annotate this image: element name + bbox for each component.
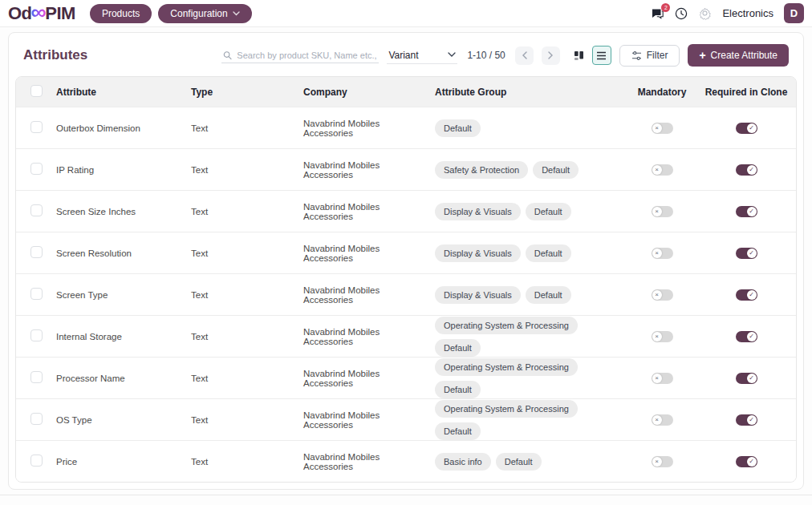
sliders-icon bbox=[631, 51, 642, 60]
attribute-type: Text bbox=[186, 374, 298, 383]
row-checkbox[interactable] bbox=[30, 329, 43, 341]
activities-button[interactable] bbox=[675, 7, 688, 20]
required-in-clone-toggle[interactable]: ✓ bbox=[736, 248, 757, 259]
required-in-clone-toggle[interactable]: ✓ bbox=[736, 414, 757, 426]
search-icon bbox=[223, 50, 232, 60]
toggle-knob: × bbox=[652, 374, 662, 383]
table-row[interactable]: Screen Type Text Navabrind Mobiles Acces… bbox=[16, 273, 796, 315]
attribute-group-chip: Default bbox=[435, 381, 481, 398]
row-checkbox[interactable] bbox=[30, 288, 43, 300]
mandatory-toggle[interactable]: × bbox=[652, 414, 673, 426]
table-row[interactable]: Screen Resolution Text Navabrind Mobiles… bbox=[16, 232, 796, 273]
logo-od-text: Od bbox=[8, 5, 32, 22]
row-checkbox[interactable] bbox=[30, 163, 43, 175]
table-row[interactable]: Processor Name Text Navabrind Mobiles Ac… bbox=[16, 357, 796, 398]
nav-products-label: Products bbox=[102, 8, 140, 19]
attribute-group-chip: Default bbox=[496, 453, 542, 471]
table-row[interactable]: IP Rating Text Navabrind Mobiles Accesso… bbox=[16, 148, 796, 190]
attribute-type: Text bbox=[186, 207, 298, 216]
row-checkbox[interactable] bbox=[30, 246, 43, 258]
list-view-button[interactable] bbox=[592, 46, 611, 65]
table-row[interactable]: Internal Storage Text Navabrind Mobiles … bbox=[16, 315, 796, 357]
table-row[interactable]: Price Text Navabrind Mobiles Accessories… bbox=[16, 440, 796, 482]
attribute-groups: Operating System & ProcessingDefault bbox=[430, 400, 627, 440]
pagination-range: 1-10 / 50 bbox=[467, 50, 505, 61]
mandatory-toggle[interactable]: × bbox=[652, 123, 673, 134]
variant-select[interactable]: Variant bbox=[387, 47, 457, 64]
messages-badge: 2 bbox=[661, 3, 670, 12]
create-attribute-button[interactable]: + Create Attribute bbox=[688, 44, 789, 67]
required-in-clone-toggle[interactable]: ✓ bbox=[736, 331, 757, 342]
plus-icon: + bbox=[699, 49, 705, 62]
mandatory-toggle[interactable]: × bbox=[652, 373, 673, 384]
attribute-group-chip: Safety & Protection bbox=[435, 161, 528, 179]
header-mandatory: Mandatory bbox=[627, 87, 696, 98]
table-row[interactable]: Screen Size Inches Text Navabrind Mobile… bbox=[16, 190, 796, 232]
company-switcher[interactable]: Electronics bbox=[722, 7, 773, 19]
toggle-knob: ✓ bbox=[747, 374, 757, 383]
required-in-clone-toggle[interactable]: ✓ bbox=[736, 164, 757, 176]
company-name: Navabrind Mobiles Accessories bbox=[298, 285, 430, 305]
view-switcher bbox=[570, 46, 611, 65]
row-checkbox[interactable] bbox=[30, 371, 43, 383]
table-row[interactable]: Outerbox Dimension Text Navabrind Mobile… bbox=[16, 107, 796, 148]
toggle-knob: ✓ bbox=[747, 332, 757, 341]
mandatory-toggle[interactable]: × bbox=[652, 206, 673, 217]
attribute-groups: Basic infoDefault bbox=[430, 453, 627, 471]
toggle-knob: × bbox=[652, 415, 662, 425]
company-name: Navabrind Mobiles Accessories bbox=[298, 369, 430, 388]
row-checkbox[interactable] bbox=[30, 204, 43, 216]
infinity-icon: ∞ bbox=[31, 2, 47, 23]
mandatory-toggle[interactable]: × bbox=[652, 456, 673, 467]
filter-button[interactable]: Filter bbox=[619, 45, 680, 67]
table-row[interactable]: OS Type Text Navabrind Mobiles Accessori… bbox=[16, 398, 796, 440]
footer-divider bbox=[0, 495, 812, 495]
toggle-knob: ✓ bbox=[747, 248, 757, 258]
content-card: Attributes Variant 1-10 / 50 bbox=[8, 32, 804, 490]
required-in-clone-toggle[interactable]: ✓ bbox=[736, 373, 757, 384]
select-all-checkbox[interactable] bbox=[30, 85, 43, 97]
attribute-name: Outerbox Dimension bbox=[51, 123, 186, 133]
mandatory-toggle[interactable]: × bbox=[652, 289, 673, 301]
attribute-group-chip: Operating System & Processing bbox=[435, 317, 578, 334]
row-checkbox[interactable] bbox=[30, 121, 43, 133]
kanban-view-button[interactable] bbox=[570, 46, 589, 65]
next-page-button[interactable] bbox=[542, 46, 560, 65]
required-in-clone-toggle[interactable]: ✓ bbox=[736, 289, 757, 301]
chevron-down-icon bbox=[233, 11, 240, 16]
attribute-group-chip: Default bbox=[526, 286, 571, 304]
toggle-knob: ✓ bbox=[747, 165, 757, 175]
attributes-table-body: Outerbox Dimension Text Navabrind Mobile… bbox=[16, 107, 796, 482]
prev-page-button[interactable] bbox=[515, 46, 534, 65]
required-in-clone-toggle[interactable]: ✓ bbox=[736, 206, 757, 217]
attribute-name: Processor Name bbox=[51, 374, 186, 383]
attribute-type: Text bbox=[186, 290, 298, 300]
messages-button[interactable]: 2 bbox=[651, 7, 664, 20]
nav-products-button[interactable]: Products bbox=[90, 4, 152, 23]
nav-configuration-button[interactable]: Configuration bbox=[158, 4, 251, 23]
mandatory-toggle[interactable]: × bbox=[652, 331, 673, 342]
search-input[interactable] bbox=[237, 50, 377, 60]
app-logo[interactable]: Od∞PIM bbox=[8, 2, 75, 24]
attribute-type: Text bbox=[186, 415, 298, 425]
topbar-right: 2 Electronics D bbox=[651, 3, 804, 23]
mandatory-toggle[interactable]: × bbox=[652, 164, 673, 176]
header-attribute: Attribute bbox=[51, 87, 186, 98]
required-in-clone-toggle[interactable]: ✓ bbox=[736, 456, 757, 467]
attribute-type: Text bbox=[186, 332, 298, 341]
attribute-name: Screen Resolution bbox=[51, 248, 186, 258]
attribute-group-chip: Default bbox=[526, 244, 571, 262]
chevron-down-icon bbox=[448, 52, 456, 58]
mandatory-toggle[interactable]: × bbox=[652, 248, 673, 259]
user-avatar[interactable]: D bbox=[784, 3, 804, 23]
required-in-clone-toggle[interactable]: ✓ bbox=[736, 123, 757, 134]
row-checkbox[interactable] bbox=[30, 454, 43, 467]
attribute-groups: Display & VisualsDefault bbox=[430, 286, 627, 304]
settings-button[interactable] bbox=[698, 6, 712, 20]
toggle-knob: ✓ bbox=[747, 415, 757, 425]
create-attribute-label: Create Attribute bbox=[711, 50, 777, 61]
company-name: Navabrind Mobiles Accessories bbox=[298, 327, 430, 346]
gear-icon bbox=[698, 6, 712, 20]
row-checkbox[interactable] bbox=[30, 413, 43, 425]
toggle-knob: ✓ bbox=[747, 207, 757, 216]
